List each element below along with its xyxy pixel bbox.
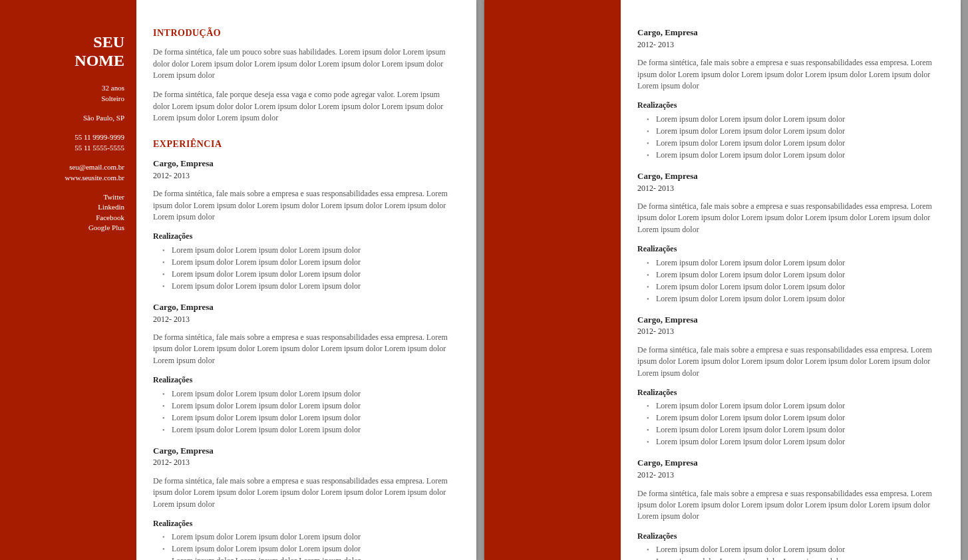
job-dates: 2012- 2013 xyxy=(637,39,941,51)
social-facebook: Facebook xyxy=(0,213,124,223)
intro-section: INTRODUÇÃO De forma sintética, fale um p… xyxy=(153,27,456,124)
age: 32 anos xyxy=(0,83,124,93)
list-item: Lorem ipsum dolor Lorem ipsum dolor Lore… xyxy=(656,400,941,412)
job-title: Cargo, Empresa xyxy=(153,445,456,458)
list-item: Lorem ipsum dolor Lorem ipsum dolor Lore… xyxy=(656,137,941,149)
job-description: De forma sintética, fale mais sobre a em… xyxy=(637,345,941,379)
list-item: Lorem ipsum dolor Lorem ipsum dolor Lore… xyxy=(172,256,456,268)
list-item: Lorem ipsum dolor Lorem ipsum dolor Lore… xyxy=(172,268,456,280)
list-item: Lorem ipsum dolor Lorem ipsum dolor Lore… xyxy=(656,149,941,161)
list-item: Lorem ipsum dolor Lorem ipsum dolor Lore… xyxy=(172,555,456,560)
job-entry: Cargo, Empresa2012- 2013De forma sintéti… xyxy=(637,457,941,560)
resume-page-1: SEU NOME 32 anos Solteiro São Paulo, SP … xyxy=(0,0,476,560)
job-title: Cargo, Empresa xyxy=(637,27,941,39)
job-description: De forma sintética, fale mais sobre a em… xyxy=(153,332,456,366)
achievements-heading: Realizações xyxy=(637,100,941,111)
achievements-list: Lorem ipsum dolor Lorem ipsum dolor Lore… xyxy=(637,113,941,161)
sidebar-page-2 xyxy=(484,0,621,560)
email: seu@email.com.br xyxy=(0,162,124,172)
list-item: Lorem ipsum dolor Lorem ipsum dolor Lore… xyxy=(656,543,941,555)
job-title: Cargo, Empresa xyxy=(637,457,941,470)
job-entry: Cargo, Empresa2012- 2013De forma sintéti… xyxy=(153,301,456,436)
achievements-list: Lorem ipsum dolor Lorem ipsum dolor Lore… xyxy=(153,244,456,292)
phone-block: 55 11 9999-9999 55 11 5555-5555 xyxy=(0,132,124,153)
achievements-list: Lorem ipsum dolor Lorem ipsum dolor Lore… xyxy=(637,543,941,560)
resume-page-2: Cargo, Empresa2012- 2013De forma sintéti… xyxy=(484,0,961,560)
achievements-heading: Realizações xyxy=(637,243,941,255)
web-block: seu@email.com.br www.seusite.com.br xyxy=(0,162,124,183)
achievements-heading: Realizações xyxy=(637,531,941,542)
list-item: Lorem ipsum dolor Lorem ipsum dolor Lore… xyxy=(656,412,941,424)
job-dates: 2012- 2013 xyxy=(153,457,456,468)
job-dates: 2012- 2013 xyxy=(637,470,941,481)
main-content-page-1: INTRODUÇÃO De forma sintética, fale um p… xyxy=(136,0,476,560)
job-description: De forma sintética, fale mais sobre a em… xyxy=(637,57,941,92)
experience-heading: EXPERIÊNCIA xyxy=(153,138,456,151)
social-block: Twitter Linkedin Facebook Google Plus xyxy=(0,192,124,233)
job-entry: Cargo, Empresa2012- 2013De forma sintéti… xyxy=(637,27,941,161)
job-title: Cargo, Empresa xyxy=(153,301,456,314)
list-item: Lorem ipsum dolor Lorem ipsum dolor Lore… xyxy=(656,113,941,125)
phone-1: 55 11 9999-9999 xyxy=(0,132,124,142)
achievements-heading: Realizações xyxy=(153,518,456,529)
list-item: Lorem ipsum dolor Lorem ipsum dolor Lore… xyxy=(656,257,941,269)
job-title: Cargo, Empresa xyxy=(637,314,941,327)
job-description: De forma sintética, fale mais sobre a em… xyxy=(637,201,941,235)
achievements-list: Lorem ipsum dolor Lorem ipsum dolor Lore… xyxy=(637,257,941,305)
achievements-heading: Realizações xyxy=(153,231,456,242)
list-item: Lorem ipsum dolor Lorem ipsum dolor Lore… xyxy=(656,281,941,293)
candidate-name: SEU NOME xyxy=(0,33,124,70)
list-item: Lorem ipsum dolor Lorem ipsum dolor Lore… xyxy=(172,424,456,436)
job-dates: 2012- 2013 xyxy=(637,183,941,194)
social-googleplus: Google Plus xyxy=(0,223,124,233)
list-item: Lorem ipsum dolor Lorem ipsum dolor Lore… xyxy=(172,412,456,424)
list-item: Lorem ipsum dolor Lorem ipsum dolor Lore… xyxy=(656,436,941,448)
location-block: São Paulo, SP xyxy=(0,113,124,123)
experience-section: EXPERIÊNCIA Cargo, Empresa2012- 2013De f… xyxy=(153,138,456,560)
phone-2: 55 11 5555-5555 xyxy=(0,143,124,153)
job-title: Cargo, Empresa xyxy=(637,170,941,183)
achievements-heading: Realizações xyxy=(153,374,456,386)
list-item: Lorem ipsum dolor Lorem ipsum dolor Lore… xyxy=(656,293,941,305)
intro-heading: INTRODUÇÃO xyxy=(153,27,456,40)
job-description: De forma sintética, fale mais sobre a em… xyxy=(153,476,456,510)
list-item: Lorem ipsum dolor Lorem ipsum dolor Lore… xyxy=(172,280,456,292)
list-item: Lorem ipsum dolor Lorem ipsum dolor Lore… xyxy=(172,244,456,256)
job-entry: Cargo, Empresa2012- 2013De forma sintéti… xyxy=(153,445,456,560)
job-description: De forma sintética, fale mais sobre a em… xyxy=(637,488,941,523)
name-line2: NOME xyxy=(75,52,124,69)
website: www.seusite.com.br xyxy=(0,173,124,183)
list-item: Lorem ipsum dolor Lorem ipsum dolor Lore… xyxy=(656,555,941,560)
personal-block: 32 anos Solteiro xyxy=(0,83,124,104)
city: São Paulo, SP xyxy=(0,113,124,123)
list-item: Lorem ipsum dolor Lorem ipsum dolor Lore… xyxy=(656,424,941,436)
achievements-heading: Realizações xyxy=(637,387,941,398)
list-item: Lorem ipsum dolor Lorem ipsum dolor Lore… xyxy=(172,388,456,400)
job-dates: 2012- 2013 xyxy=(637,326,941,337)
list-item: Lorem ipsum dolor Lorem ipsum dolor Lore… xyxy=(656,125,941,137)
job-description: De forma sintética, fale mais sobre a em… xyxy=(153,188,456,223)
job-entry: Cargo, Empresa2012- 2013De forma sintéti… xyxy=(153,158,456,292)
job-entry: Cargo, Empresa2012- 2013De forma sintéti… xyxy=(637,170,941,305)
social-linkedin: Linkedin xyxy=(0,202,124,212)
main-content-page-2: Cargo, Empresa2012- 2013De forma sintéti… xyxy=(621,0,961,560)
job-dates: 2012- 2013 xyxy=(153,170,456,182)
achievements-list: Lorem ipsum dolor Lorem ipsum dolor Lore… xyxy=(637,400,941,448)
achievements-list: Lorem ipsum dolor Lorem ipsum dolor Lore… xyxy=(153,531,456,560)
job-dates: 2012- 2013 xyxy=(153,314,456,325)
achievements-list: Lorem ipsum dolor Lorem ipsum dolor Lore… xyxy=(153,388,456,436)
sidebar: SEU NOME 32 anos Solteiro São Paulo, SP … xyxy=(0,0,136,560)
marital-status: Solteiro xyxy=(0,94,124,104)
name-line1: SEU xyxy=(93,33,124,51)
list-item: Lorem ipsum dolor Lorem ipsum dolor Lore… xyxy=(172,531,456,543)
list-item: Lorem ipsum dolor Lorem ipsum dolor Lore… xyxy=(172,543,456,555)
list-item: Lorem ipsum dolor Lorem ipsum dolor Lore… xyxy=(656,269,941,281)
social-twitter: Twitter xyxy=(0,192,124,202)
list-item: Lorem ipsum dolor Lorem ipsum dolor Lore… xyxy=(172,400,456,412)
intro-paragraph-1: De forma sintética, fale um pouco sobre … xyxy=(153,47,456,81)
intro-paragraph-2: De forma sintética, fale porque deseja e… xyxy=(153,89,456,124)
job-title: Cargo, Empresa xyxy=(153,158,456,170)
job-entry: Cargo, Empresa2012- 2013De forma sintéti… xyxy=(637,314,941,448)
